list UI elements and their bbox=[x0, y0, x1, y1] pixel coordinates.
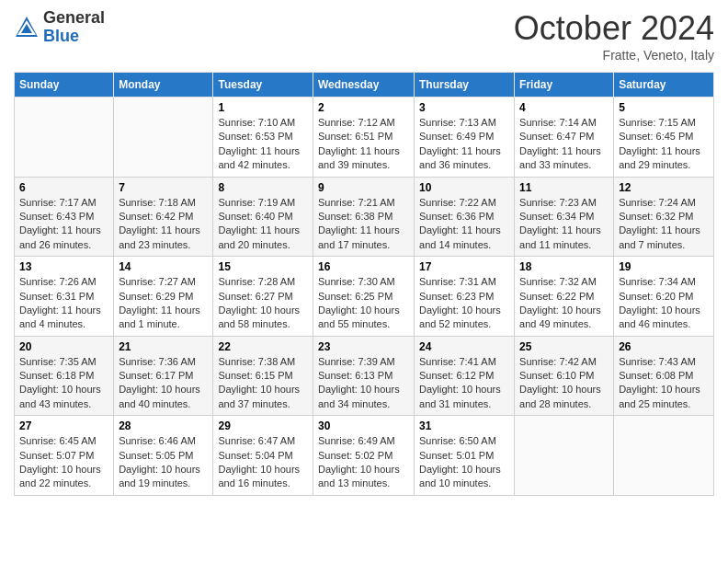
calendar-cell: 23Sunrise: 7:39 AM Sunset: 6:13 PM Dayli… bbox=[313, 336, 414, 416]
calendar-cell: 31Sunrise: 6:50 AM Sunset: 5:01 PM Dayli… bbox=[415, 416, 515, 496]
calendar-cell: 25Sunrise: 7:42 AM Sunset: 6:10 PM Dayli… bbox=[515, 336, 614, 416]
cell-content: Sunrise: 7:23 AM Sunset: 6:34 PM Dayligh… bbox=[519, 196, 609, 253]
calendar-cell: 5Sunrise: 7:15 AM Sunset: 6:45 PM Daylig… bbox=[614, 98, 714, 178]
calendar-cell: 27Sunrise: 6:45 AM Sunset: 5:07 PM Dayli… bbox=[15, 416, 114, 496]
cell-content: Sunrise: 6:46 AM Sunset: 5:05 PM Dayligh… bbox=[119, 434, 208, 491]
day-number: 11 bbox=[519, 181, 609, 194]
calendar-cell: 4Sunrise: 7:14 AM Sunset: 6:47 PM Daylig… bbox=[515, 98, 614, 178]
week-row-1: 1Sunrise: 7:10 AM Sunset: 6:53 PM Daylig… bbox=[15, 98, 714, 178]
calendar-cell: 29Sunrise: 6:47 AM Sunset: 5:04 PM Dayli… bbox=[213, 416, 313, 496]
cell-content: Sunrise: 6:45 AM Sunset: 5:07 PM Dayligh… bbox=[19, 434, 108, 491]
calendar-cell: 9Sunrise: 7:21 AM Sunset: 6:38 PM Daylig… bbox=[313, 177, 414, 257]
day-number: 4 bbox=[519, 101, 609, 114]
day-number: 31 bbox=[419, 419, 509, 432]
col-header-sunday: Sunday bbox=[15, 73, 114, 98]
title-block: October 2024 Fratte, Veneto, Italy bbox=[514, 9, 714, 63]
day-number: 21 bbox=[119, 340, 208, 353]
month-title: October 2024 bbox=[514, 9, 714, 48]
col-header-thursday: Thursday bbox=[415, 73, 515, 98]
day-number: 15 bbox=[218, 260, 308, 273]
calendar-cell: 8Sunrise: 7:19 AM Sunset: 6:40 PM Daylig… bbox=[213, 177, 313, 257]
day-number: 7 bbox=[119, 181, 208, 194]
cell-content: Sunrise: 7:26 AM Sunset: 6:31 PM Dayligh… bbox=[19, 275, 108, 332]
cell-content: Sunrise: 7:35 AM Sunset: 6:18 PM Dayligh… bbox=[19, 355, 108, 412]
week-row-5: 27Sunrise: 6:45 AM Sunset: 5:07 PM Dayli… bbox=[15, 416, 714, 496]
calendar-cell: 17Sunrise: 7:31 AM Sunset: 6:23 PM Dayli… bbox=[415, 257, 515, 337]
day-number: 16 bbox=[318, 260, 409, 273]
calendar-cell: 28Sunrise: 6:46 AM Sunset: 5:05 PM Dayli… bbox=[114, 416, 213, 496]
day-number: 17 bbox=[419, 260, 509, 273]
cell-content: Sunrise: 6:49 AM Sunset: 5:02 PM Dayligh… bbox=[318, 434, 409, 491]
cell-content: Sunrise: 6:50 AM Sunset: 5:01 PM Dayligh… bbox=[419, 434, 509, 491]
calendar-cell bbox=[614, 416, 714, 496]
day-number: 10 bbox=[419, 181, 509, 194]
calendar-cell: 22Sunrise: 7:38 AM Sunset: 6:15 PM Dayli… bbox=[213, 336, 313, 416]
week-row-2: 6Sunrise: 7:17 AM Sunset: 6:43 PM Daylig… bbox=[15, 177, 714, 257]
day-number: 12 bbox=[619, 181, 709, 194]
cell-content: Sunrise: 7:28 AM Sunset: 6:27 PM Dayligh… bbox=[218, 275, 308, 332]
day-number: 18 bbox=[519, 260, 609, 273]
calendar-cell: 20Sunrise: 7:35 AM Sunset: 6:18 PM Dayli… bbox=[15, 336, 114, 416]
day-number: 24 bbox=[419, 340, 509, 353]
calendar-cell: 16Sunrise: 7:30 AM Sunset: 6:25 PM Dayli… bbox=[313, 257, 414, 337]
logo-text: General Blue bbox=[43, 9, 105, 46]
day-number: 25 bbox=[519, 340, 609, 353]
cell-content: Sunrise: 7:34 AM Sunset: 6:20 PM Dayligh… bbox=[619, 275, 709, 332]
day-number: 20 bbox=[19, 340, 108, 353]
calendar-cell: 21Sunrise: 7:36 AM Sunset: 6:17 PM Dayli… bbox=[114, 336, 213, 416]
day-number: 28 bbox=[119, 419, 208, 432]
day-number: 14 bbox=[119, 260, 208, 273]
cell-content: Sunrise: 7:18 AM Sunset: 6:42 PM Dayligh… bbox=[119, 196, 208, 253]
day-number: 8 bbox=[218, 181, 308, 194]
logo-general: General bbox=[43, 9, 105, 28]
logo-blue: Blue bbox=[43, 28, 105, 46]
day-number: 9 bbox=[318, 181, 409, 194]
logo: General Blue bbox=[14, 9, 105, 46]
calendar-cell: 7Sunrise: 7:18 AM Sunset: 6:42 PM Daylig… bbox=[114, 177, 213, 257]
cell-content: Sunrise: 7:39 AM Sunset: 6:13 PM Dayligh… bbox=[318, 355, 409, 412]
cell-content: Sunrise: 7:15 AM Sunset: 6:45 PM Dayligh… bbox=[619, 116, 709, 173]
cell-content: Sunrise: 7:12 AM Sunset: 6:51 PM Dayligh… bbox=[318, 116, 409, 173]
cell-content: Sunrise: 7:13 AM Sunset: 6:49 PM Dayligh… bbox=[419, 116, 509, 173]
calendar-cell bbox=[515, 416, 614, 496]
page-header: General Blue October 2024 Fratte, Veneto… bbox=[14, 9, 714, 63]
cell-content: Sunrise: 7:41 AM Sunset: 6:12 PM Dayligh… bbox=[419, 355, 509, 412]
calendar-cell: 2Sunrise: 7:12 AM Sunset: 6:51 PM Daylig… bbox=[313, 98, 414, 178]
day-number: 27 bbox=[19, 419, 108, 432]
col-header-friday: Friday bbox=[515, 73, 614, 98]
calendar-cell: 12Sunrise: 7:24 AM Sunset: 6:32 PM Dayli… bbox=[614, 177, 714, 257]
cell-content: Sunrise: 7:43 AM Sunset: 6:08 PM Dayligh… bbox=[619, 355, 709, 412]
col-header-monday: Monday bbox=[114, 73, 213, 98]
calendar-cell: 15Sunrise: 7:28 AM Sunset: 6:27 PM Dayli… bbox=[213, 257, 313, 337]
calendar-cell: 24Sunrise: 7:41 AM Sunset: 6:12 PM Dayli… bbox=[415, 336, 515, 416]
calendar-cell bbox=[15, 98, 114, 178]
week-row-3: 13Sunrise: 7:26 AM Sunset: 6:31 PM Dayli… bbox=[15, 257, 714, 337]
cell-content: Sunrise: 7:42 AM Sunset: 6:10 PM Dayligh… bbox=[519, 355, 609, 412]
calendar-table: SundayMondayTuesdayWednesdayThursdayFrid… bbox=[14, 72, 714, 496]
calendar-cell: 14Sunrise: 7:27 AM Sunset: 6:29 PM Dayli… bbox=[114, 257, 213, 337]
calendar-cell: 19Sunrise: 7:34 AM Sunset: 6:20 PM Dayli… bbox=[614, 257, 714, 337]
day-number: 19 bbox=[619, 260, 709, 273]
day-number: 6 bbox=[19, 181, 108, 194]
calendar-cell: 13Sunrise: 7:26 AM Sunset: 6:31 PM Dayli… bbox=[15, 257, 114, 337]
week-row-4: 20Sunrise: 7:35 AM Sunset: 6:18 PM Dayli… bbox=[15, 336, 714, 416]
cell-content: Sunrise: 7:27 AM Sunset: 6:29 PM Dayligh… bbox=[119, 275, 208, 332]
logo-icon bbox=[14, 15, 40, 40]
day-number: 30 bbox=[318, 419, 409, 432]
calendar-cell: 6Sunrise: 7:17 AM Sunset: 6:43 PM Daylig… bbox=[15, 177, 114, 257]
cell-content: Sunrise: 7:30 AM Sunset: 6:25 PM Dayligh… bbox=[318, 275, 409, 332]
day-number: 1 bbox=[218, 101, 308, 114]
day-number: 13 bbox=[19, 260, 108, 273]
day-number: 26 bbox=[619, 340, 709, 353]
calendar-cell bbox=[114, 98, 213, 178]
cell-content: Sunrise: 7:22 AM Sunset: 6:36 PM Dayligh… bbox=[419, 196, 509, 253]
day-number: 23 bbox=[318, 340, 409, 353]
calendar-cell: 30Sunrise: 6:49 AM Sunset: 5:02 PM Dayli… bbox=[313, 416, 414, 496]
calendar-cell: 1Sunrise: 7:10 AM Sunset: 6:53 PM Daylig… bbox=[213, 98, 313, 178]
cell-content: Sunrise: 7:17 AM Sunset: 6:43 PM Dayligh… bbox=[19, 196, 108, 253]
cell-content: Sunrise: 7:32 AM Sunset: 6:22 PM Dayligh… bbox=[519, 275, 609, 332]
cell-content: Sunrise: 7:38 AM Sunset: 6:15 PM Dayligh… bbox=[218, 355, 308, 412]
calendar-cell: 26Sunrise: 7:43 AM Sunset: 6:08 PM Dayli… bbox=[614, 336, 714, 416]
calendar-cell: 3Sunrise: 7:13 AM Sunset: 6:49 PM Daylig… bbox=[415, 98, 515, 178]
col-header-wednesday: Wednesday bbox=[313, 73, 414, 98]
